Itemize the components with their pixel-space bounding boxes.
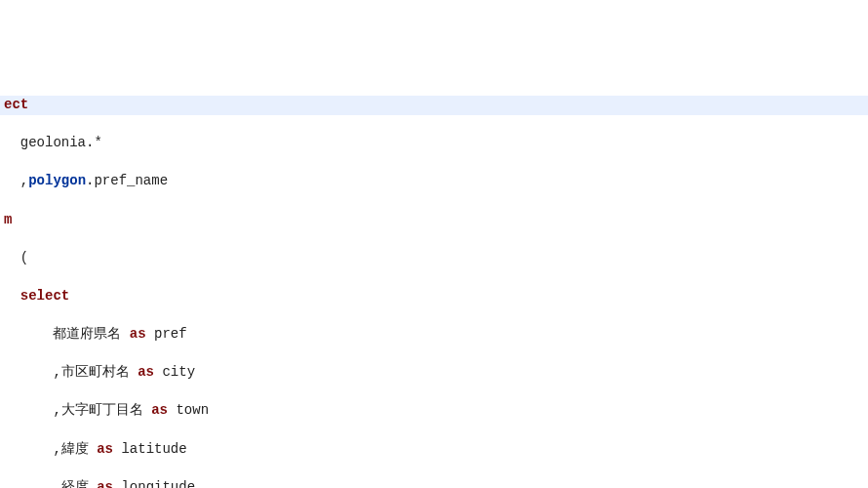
code-text: city <box>154 364 195 380</box>
keyword-as: as <box>130 326 146 342</box>
code-block: ect geolonia.* ,polygon.pref_name m ( se… <box>0 76 868 488</box>
keyword-from-partial: m <box>4 212 12 227</box>
code-text: longitude <box>113 479 195 488</box>
code-line: ,市区町村名 as city <box>0 363 868 383</box>
code-text: , <box>4 173 28 188</box>
code-text: ,緯度 <box>4 441 97 457</box>
code-text: ,大字町丁目名 <box>4 402 151 418</box>
keyword-as: as <box>151 402 168 418</box>
code-line: ,大字町丁目名 as town <box>0 401 868 421</box>
keyword-as: as <box>97 441 113 457</box>
code-line: ,polygon.pref_name <box>0 172 868 191</box>
keyword-as: as <box>138 364 154 380</box>
code-text: ,経度 <box>4 479 97 488</box>
code-line: 都道府県名 as pref <box>0 325 868 345</box>
code-indent <box>4 288 20 304</box>
code-line: ,緯度 as latitude <box>0 440 868 460</box>
code-text: pref <box>146 326 187 342</box>
code-text: 都道府県名 <box>4 326 130 342</box>
code-text: town <box>168 402 209 418</box>
code-line: m <box>0 211 868 230</box>
code-line: ,経度 as longitude <box>0 478 868 488</box>
code-text: latitude <box>113 441 187 457</box>
keyword-select: select <box>20 288 69 304</box>
keyword-select-partial: ect <box>4 97 28 112</box>
code-text: .pref_name <box>86 173 168 188</box>
code-line: ( <box>0 249 868 268</box>
code-line: select <box>0 287 868 306</box>
keyword-as: as <box>97 479 113 488</box>
code-text: ( <box>4 250 28 265</box>
code-line: geolonia.* <box>0 134 868 153</box>
identifier-polygon: polygon <box>28 173 86 188</box>
code-text: ,市区町村名 <box>4 364 138 380</box>
code-text: geolonia.* <box>4 135 102 150</box>
code-line: ect <box>0 96 868 115</box>
